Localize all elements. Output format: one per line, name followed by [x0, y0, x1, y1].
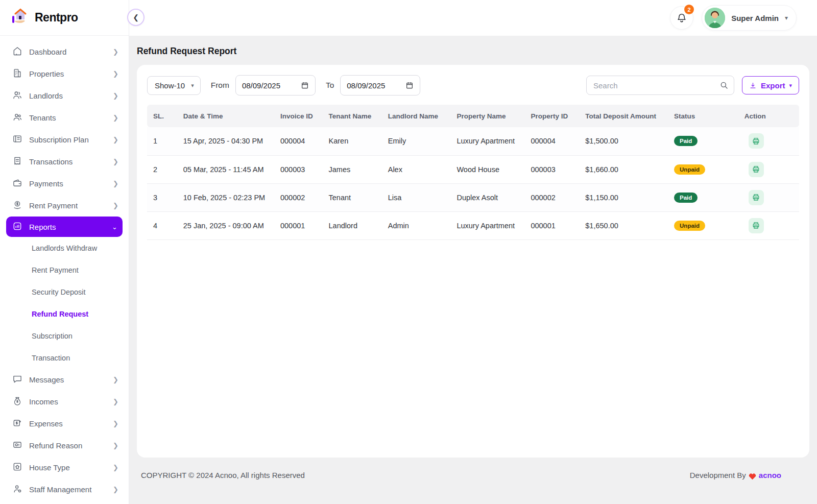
submenu-security-deposit[interactable]: Security Deposit [0, 281, 129, 303]
status-badge: Unpaid [674, 164, 705, 175]
submenu-refund-request[interactable]: Refund Request [0, 303, 129, 325]
sidebar-item-expenses[interactable]: Expenses❯ [0, 413, 129, 435]
bell-icon [676, 12, 687, 23]
chevron-right-icon: ❯ [113, 136, 118, 143]
chevron-right-icon: ❯ [113, 70, 118, 78]
table-row: 2 05 Mar, 2025 - 11:45 AM 000003 James A… [147, 155, 799, 183]
filter-bar: Show-10 ▾ From 08/09/2025 To 08/09/2025 [147, 75, 799, 95]
sidebar-item-staff-management[interactable]: Staff Management❯ [0, 478, 129, 500]
report-card: Show-10 ▾ From 08/09/2025 To 08/09/2025 [137, 65, 809, 458]
chevron-down-icon: ▾ [785, 14, 788, 21]
table-row: 1 15 Apr, 2025 - 04:30 PM 000004 Karen E… [147, 127, 799, 155]
sidebar-item-rent-payment[interactable]: Rent Payment❯ [0, 195, 129, 217]
status-badge: Paid [674, 136, 698, 146]
staff-icon [12, 484, 22, 495]
chat-icon [12, 374, 22, 386]
reports-submenu: Landlords Withdraw Rent Payment Security… [0, 237, 129, 369]
sidebar-item-properties[interactable]: Properties❯ [0, 63, 129, 85]
col-total-deposit: Total Deposit Amount [582, 105, 671, 127]
sidebar-item-reports[interactable]: Reports⌄ [6, 217, 123, 237]
sidebar-item-tenants[interactable]: Tenants❯ [0, 107, 129, 129]
to-date-input[interactable]: 08/09/2025 [340, 75, 420, 95]
col-action: Action [741, 105, 799, 127]
wallet-icon [12, 178, 22, 189]
sidebar-item-dashboard[interactable]: Dashboard❯ [0, 41, 129, 63]
chevron-right-icon: ❯ [113, 376, 118, 383]
sidebar-item-refund-reason[interactable]: Refund Reason❯ [0, 435, 129, 457]
sidebar-item-subscription-plan[interactable]: Subscription Plan❯ [0, 129, 129, 151]
brand-logo: Rentpro [0, 0, 129, 36]
avatar [705, 8, 725, 28]
user-name: Super Admin [731, 14, 779, 22]
col-datetime: Date & Time [180, 105, 277, 127]
printer-icon [752, 137, 760, 146]
card-list-icon [12, 134, 22, 146]
from-label: From [211, 81, 229, 90]
chevron-right-icon: ❯ [113, 464, 118, 471]
sidebar-item-landlords[interactable]: Landlords❯ [0, 85, 129, 107]
development-by: Development By acnoo [690, 471, 781, 480]
chevron-right-icon: ❯ [113, 420, 118, 427]
people-icon [12, 112, 22, 124]
sidebar-collapse-button[interactable]: ❮ [127, 9, 145, 26]
user-menu[interactable]: Super Admin ▾ [702, 5, 797, 31]
chevron-right-icon: ❯ [113, 48, 118, 56]
sidebar-item-payments[interactable]: Payments❯ [0, 173, 129, 195]
submenu-rent-payment[interactable]: Rent Payment [0, 259, 129, 281]
export-button[interactable]: Export ▾ [742, 76, 799, 94]
money-bag-icon [12, 396, 22, 407]
main-content: Refund Request Report Show-10 ▾ From 08/… [129, 36, 817, 504]
sidebar-item-messages[interactable]: Messages❯ [0, 369, 129, 391]
developer-link[interactable]: acnoo [759, 471, 781, 479]
search-input[interactable] [586, 76, 734, 95]
brand-name: Rentpro [35, 11, 78, 25]
chevron-right-icon: ❯ [113, 180, 118, 187]
users-icon [12, 90, 22, 102]
home-icon [12, 46, 22, 58]
print-button[interactable] [749, 162, 764, 177]
notifications-button[interactable]: 2 [670, 6, 693, 30]
table-row: 4 25 Jan, 2025 - 09:00 AM 000001 Landlor… [147, 211, 799, 239]
submenu-landlords-withdraw[interactable]: Landlords Withdraw [0, 237, 129, 259]
dollar-coin-icon [12, 200, 22, 211]
chevron-left-icon: ❮ [133, 13, 139, 21]
to-label: To [326, 81, 334, 90]
expense-card-icon [12, 418, 22, 429]
print-button[interactable] [749, 190, 764, 205]
table-row: 3 10 Feb, 2025 - 02:23 PM 000002 Tenant … [147, 183, 799, 211]
from-date-input[interactable]: 08/09/2025 [235, 75, 316, 95]
sidebar-item-house-type[interactable]: House Type❯ [0, 457, 129, 478]
refund-card-icon [12, 440, 22, 451]
print-button[interactable] [749, 133, 764, 149]
notification-count-badge: 2 [684, 5, 694, 14]
building-icon [12, 68, 22, 80]
chevron-right-icon: ❯ [113, 158, 118, 165]
chevron-down-icon: ⌄ [112, 223, 117, 231]
calendar-icon [405, 81, 414, 89]
col-sl: SL. [147, 105, 180, 127]
printer-icon [752, 165, 760, 174]
col-property-name: Property Name [453, 105, 527, 127]
chevron-right-icon: ❯ [113, 114, 118, 122]
show-entries-select[interactable]: Show-10 ▾ [147, 76, 201, 95]
table-header-row: SL. Date & Time Invoice ID Tenant Name L… [147, 105, 799, 127]
submenu-transaction[interactable]: Transaction [0, 347, 129, 369]
printer-icon [752, 221, 760, 230]
status-badge: Paid [674, 193, 698, 203]
submenu-subscription[interactable]: Subscription [0, 325, 129, 347]
sidebar: Rentpro Dashboard❯ Properties❯ Landlords… [0, 0, 129, 504]
calendar-icon [301, 81, 309, 89]
chevron-down-icon: ▾ [191, 82, 194, 89]
col-tenant-name: Tenant Name [326, 105, 385, 127]
download-icon [749, 82, 757, 89]
sidebar-nav: Dashboard❯ Properties❯ Landlords❯ Tenant… [0, 36, 129, 500]
sidebar-item-incomes[interactable]: Incomes❯ [0, 391, 129, 413]
chevron-right-icon: ❯ [113, 486, 118, 493]
page-title: Refund Request Report [137, 46, 809, 57]
col-invoice-id: Invoice ID [277, 105, 326, 127]
refund-request-table: SL. Date & Time Invoice ID Tenant Name L… [147, 105, 799, 240]
chevron-right-icon: ❯ [113, 92, 118, 100]
chevron-right-icon: ❯ [113, 442, 118, 449]
sidebar-item-transactions[interactable]: Transactions❯ [0, 151, 129, 173]
print-button[interactable] [749, 218, 764, 233]
